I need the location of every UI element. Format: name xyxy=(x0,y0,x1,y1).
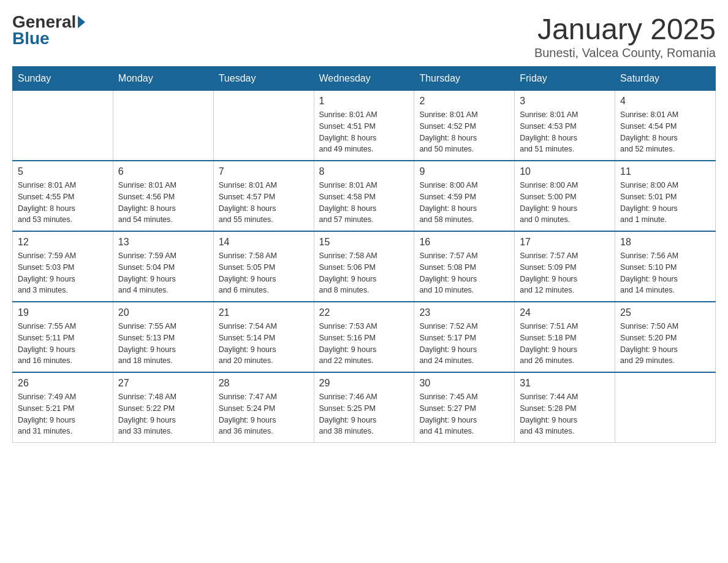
calendar-table: SundayMondayTuesdayWednesdayThursdayFrid… xyxy=(12,66,716,443)
week-row-4: 19Sunrise: 7:55 AM Sunset: 5:11 PM Dayli… xyxy=(13,302,716,372)
week-row-5: 26Sunrise: 7:49 AM Sunset: 5:21 PM Dayli… xyxy=(13,372,716,443)
calendar-cell: 18Sunrise: 7:56 AM Sunset: 5:10 PM Dayli… xyxy=(615,231,716,302)
day-header-sunday: Sunday xyxy=(13,67,113,91)
calendar-cell: 28Sunrise: 7:47 AM Sunset: 5:24 PM Dayli… xyxy=(213,372,314,443)
day-number: 1 xyxy=(319,96,409,107)
day-header-friday: Friday xyxy=(515,67,615,91)
day-number: 31 xyxy=(520,378,610,389)
day-info: Sunrise: 7:52 AM Sunset: 5:17 PM Dayligh… xyxy=(419,321,509,367)
day-info: Sunrise: 7:56 AM Sunset: 5:10 PM Dayligh… xyxy=(620,250,710,296)
calendar-cell: 15Sunrise: 7:58 AM Sunset: 5:06 PM Dayli… xyxy=(314,231,414,302)
calendar-cell: 8Sunrise: 8:01 AM Sunset: 4:58 PM Daylig… xyxy=(314,161,414,231)
day-number: 15 xyxy=(319,237,409,248)
day-info: Sunrise: 7:55 AM Sunset: 5:11 PM Dayligh… xyxy=(18,321,108,367)
week-row-3: 12Sunrise: 7:59 AM Sunset: 5:03 PM Dayli… xyxy=(13,231,716,302)
day-number: 21 xyxy=(219,307,309,318)
calendar-cell: 16Sunrise: 7:57 AM Sunset: 5:08 PM Dayli… xyxy=(414,231,515,302)
day-header-saturday: Saturday xyxy=(615,67,716,91)
day-info: Sunrise: 8:01 AM Sunset: 4:53 PM Dayligh… xyxy=(520,109,610,155)
calendar-cell: 2Sunrise: 8:01 AM Sunset: 4:52 PM Daylig… xyxy=(414,91,515,161)
day-header-thursday: Thursday xyxy=(414,67,515,91)
calendar-cell: 25Sunrise: 7:50 AM Sunset: 5:20 PM Dayli… xyxy=(615,302,716,372)
day-number: 6 xyxy=(118,166,208,177)
calendar-cell: 14Sunrise: 7:58 AM Sunset: 5:05 PM Dayli… xyxy=(213,231,314,302)
day-info: Sunrise: 7:53 AM Sunset: 5:16 PM Dayligh… xyxy=(319,321,409,367)
logo-blue: Blue xyxy=(12,29,50,48)
day-info: Sunrise: 7:50 AM Sunset: 5:20 PM Dayligh… xyxy=(620,321,710,367)
day-header-wednesday: Wednesday xyxy=(314,67,414,91)
day-header-monday: Monday xyxy=(113,67,213,91)
day-info: Sunrise: 7:55 AM Sunset: 5:13 PM Dayligh… xyxy=(118,321,208,367)
day-number: 24 xyxy=(520,307,610,318)
day-info: Sunrise: 7:54 AM Sunset: 5:14 PM Dayligh… xyxy=(219,321,309,367)
day-info: Sunrise: 8:00 AM Sunset: 4:59 PM Dayligh… xyxy=(419,180,509,226)
logo-arrow-icon xyxy=(78,16,85,28)
calendar-cell xyxy=(615,372,716,443)
day-number: 17 xyxy=(520,237,610,248)
calendar-cell: 19Sunrise: 7:55 AM Sunset: 5:11 PM Dayli… xyxy=(13,302,113,372)
day-info: Sunrise: 7:46 AM Sunset: 5:25 PM Dayligh… xyxy=(319,391,409,437)
day-info: Sunrise: 7:57 AM Sunset: 5:09 PM Dayligh… xyxy=(520,250,610,296)
day-number: 8 xyxy=(319,166,409,177)
calendar-cell: 7Sunrise: 8:01 AM Sunset: 4:57 PM Daylig… xyxy=(213,161,314,231)
day-number: 27 xyxy=(118,378,208,389)
calendar-cell: 26Sunrise: 7:49 AM Sunset: 5:21 PM Dayli… xyxy=(13,372,113,443)
day-number: 22 xyxy=(319,307,409,318)
day-number: 18 xyxy=(620,237,710,248)
calendar-cell: 29Sunrise: 7:46 AM Sunset: 5:25 PM Dayli… xyxy=(314,372,414,443)
day-info: Sunrise: 7:58 AM Sunset: 5:06 PM Dayligh… xyxy=(319,250,409,296)
calendar-cell xyxy=(213,91,314,161)
page-header: General Blue January 2025 Bunesti, Valce… xyxy=(12,12,716,60)
day-number: 25 xyxy=(620,307,710,318)
day-number: 9 xyxy=(419,166,509,177)
day-info: Sunrise: 8:01 AM Sunset: 4:58 PM Dayligh… xyxy=(319,180,409,226)
day-number: 3 xyxy=(520,96,610,107)
day-info: Sunrise: 7:59 AM Sunset: 5:03 PM Dayligh… xyxy=(18,250,108,296)
day-info: Sunrise: 7:58 AM Sunset: 5:05 PM Dayligh… xyxy=(219,250,309,296)
calendar-cell xyxy=(13,91,113,161)
day-number: 29 xyxy=(319,378,409,389)
day-info: Sunrise: 8:01 AM Sunset: 4:54 PM Dayligh… xyxy=(620,109,710,155)
calendar-cell: 1Sunrise: 8:01 AM Sunset: 4:51 PM Daylig… xyxy=(314,91,414,161)
day-info: Sunrise: 7:49 AM Sunset: 5:21 PM Dayligh… xyxy=(18,391,108,437)
day-number: 14 xyxy=(219,237,309,248)
day-info: Sunrise: 8:01 AM Sunset: 4:51 PM Dayligh… xyxy=(319,109,409,155)
calendar-cell: 12Sunrise: 7:59 AM Sunset: 5:03 PM Dayli… xyxy=(13,231,113,302)
day-info: Sunrise: 8:01 AM Sunset: 4:57 PM Dayligh… xyxy=(219,180,309,226)
calendar-cell: 17Sunrise: 7:57 AM Sunset: 5:09 PM Dayli… xyxy=(515,231,615,302)
day-header-tuesday: Tuesday xyxy=(213,67,314,91)
day-info: Sunrise: 8:00 AM Sunset: 5:00 PM Dayligh… xyxy=(520,180,610,226)
day-info: Sunrise: 7:45 AM Sunset: 5:27 PM Dayligh… xyxy=(419,391,509,437)
calendar-cell: 24Sunrise: 7:51 AM Sunset: 5:18 PM Dayli… xyxy=(515,302,615,372)
calendar-cell: 4Sunrise: 8:01 AM Sunset: 4:54 PM Daylig… xyxy=(615,91,716,161)
calendar-cell: 22Sunrise: 7:53 AM Sunset: 5:16 PM Dayli… xyxy=(314,302,414,372)
day-info: Sunrise: 8:01 AM Sunset: 4:52 PM Dayligh… xyxy=(419,109,509,155)
location: Bunesti, Valcea County, Romania xyxy=(534,46,716,60)
calendar-cell: 6Sunrise: 8:01 AM Sunset: 4:56 PM Daylig… xyxy=(113,161,213,231)
title-area: January 2025 Bunesti, Valcea County, Rom… xyxy=(534,12,716,60)
days-header-row: SundayMondayTuesdayWednesdayThursdayFrid… xyxy=(13,67,716,91)
calendar-cell: 31Sunrise: 7:44 AM Sunset: 5:28 PM Dayli… xyxy=(515,372,615,443)
day-number: 26 xyxy=(18,378,108,389)
calendar-cell: 5Sunrise: 8:01 AM Sunset: 4:55 PM Daylig… xyxy=(13,161,113,231)
calendar-cell: 21Sunrise: 7:54 AM Sunset: 5:14 PM Dayli… xyxy=(213,302,314,372)
calendar-cell: 13Sunrise: 7:59 AM Sunset: 5:04 PM Dayli… xyxy=(113,231,213,302)
calendar-cell: 30Sunrise: 7:45 AM Sunset: 5:27 PM Dayli… xyxy=(414,372,515,443)
calendar-cell: 3Sunrise: 8:01 AM Sunset: 4:53 PM Daylig… xyxy=(515,91,615,161)
month-title: January 2025 xyxy=(534,12,716,46)
calendar-cell: 20Sunrise: 7:55 AM Sunset: 5:13 PM Dayli… xyxy=(113,302,213,372)
day-info: Sunrise: 8:01 AM Sunset: 4:55 PM Dayligh… xyxy=(18,180,108,226)
day-number: 16 xyxy=(419,237,509,248)
day-number: 11 xyxy=(620,166,710,177)
week-row-1: 1Sunrise: 8:01 AM Sunset: 4:51 PM Daylig… xyxy=(13,91,716,161)
day-info: Sunrise: 8:00 AM Sunset: 5:01 PM Dayligh… xyxy=(620,180,710,226)
calendar-cell: 9Sunrise: 8:00 AM Sunset: 4:59 PM Daylig… xyxy=(414,161,515,231)
calendar-cell: 27Sunrise: 7:48 AM Sunset: 5:22 PM Dayli… xyxy=(113,372,213,443)
day-number: 7 xyxy=(219,166,309,177)
week-row-2: 5Sunrise: 8:01 AM Sunset: 4:55 PM Daylig… xyxy=(13,161,716,231)
day-info: Sunrise: 7:48 AM Sunset: 5:22 PM Dayligh… xyxy=(118,391,208,437)
logo: General Blue xyxy=(12,12,85,48)
day-info: Sunrise: 7:51 AM Sunset: 5:18 PM Dayligh… xyxy=(520,321,610,367)
day-info: Sunrise: 8:01 AM Sunset: 4:56 PM Dayligh… xyxy=(118,180,208,226)
day-info: Sunrise: 7:44 AM Sunset: 5:28 PM Dayligh… xyxy=(520,391,610,437)
